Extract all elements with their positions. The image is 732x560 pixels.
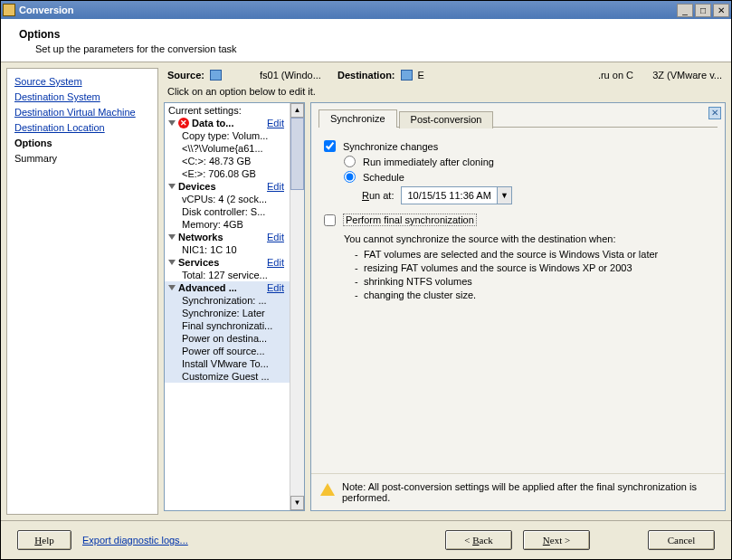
warning-icon [320,483,335,496]
dropdown-icon[interactable]: ▼ [497,187,511,204]
run-immediately-radio[interactable]: Run immediately after cloning [324,156,712,167]
scroll-down-icon[interactable]: ▼ [290,496,304,510]
run-at-label: Run at: [362,190,394,201]
detail-panel: ✕ Synchronize Post-conversion Synchroniz… [310,102,726,511]
tree-group-networks[interactable]: Networks Edit [165,231,290,243]
tree-item[interactable]: <C:>: 48.73 GB [165,155,290,167]
title-bar[interactable]: Conversion _ □ ✕ [1,1,731,19]
tree-item[interactable]: vCPUs: 4 (2 sock... [165,193,290,205]
tree-item[interactable]: Memory: 4GB [165,218,290,231]
tree-item[interactable]: <\\?\Volume{a61... [165,142,290,155]
note-text: Note: All post-conversion settings will … [342,481,716,503]
edit-services-link[interactable]: Edit [267,257,286,268]
chevron-down-icon [168,184,176,189]
next-button[interactable]: Next > [523,530,590,550]
destination-tail: .ru on C [598,70,633,81]
tree-item[interactable]: NIC1: 1C 10 [165,243,290,256]
tree-item[interactable]: Total: 127 service... [165,269,290,281]
tab-post-conversion[interactable]: Post-conversion [399,111,494,128]
wizard-nav: Source System Destination System Destina… [6,68,158,515]
tree-item[interactable]: Install VMware To... [165,357,290,370]
tree-item[interactable]: Customize Guest ... [165,370,290,383]
cannot-sync-text: You cannot synchronize the source with t… [344,233,712,244]
cancel-button[interactable]: Cancel [648,530,715,550]
conditions-list: FAT volumes are selected and the source … [344,248,712,302]
maximize-button[interactable]: □ [695,4,711,17]
back-button[interactable]: < Back [445,530,512,550]
source-bar: Source: fs01 (Windo... Destination: E .r… [164,68,726,86]
edit-advanced-link[interactable]: Edit [267,282,286,293]
tree-group-services[interactable]: Services Edit [165,256,290,269]
nav-source-system[interactable]: Source System [14,74,150,90]
chevron-down-icon [168,234,176,240]
destination-value: E [418,70,424,81]
destination-host: 3Z (VMware v... [652,70,722,81]
chevron-down-icon [168,260,176,265]
tree-item[interactable]: Copy type: Volum... [165,129,290,142]
export-logs-link[interactable]: Export diagnostic logs... [82,535,188,546]
footer-bar: Help Export diagnostic logs... < Back Ne… [1,520,731,559]
nav-destination-system[interactable]: Destination System [14,90,150,105]
error-icon: ✕ [178,118,189,128]
tree-group-devices[interactable]: Devices Edit [165,180,290,193]
page-header: Options Set up the parameters for the co… [1,19,731,62]
tree-item[interactable]: <E:>: 706.08 GB [165,167,290,180]
tree-group-advanced[interactable]: Advanced ... Edit [165,281,290,294]
page-title: Options [19,28,713,41]
info-note: Note: All post-conversion settings will … [311,473,725,510]
tab-synchronize[interactable]: Synchronize [318,109,397,128]
scroll-up-icon[interactable]: ▲ [290,103,304,118]
schedule-radio[interactable]: Schedule [324,171,712,183]
chevron-down-icon [168,120,176,126]
chevron-down-icon [168,285,176,290]
tree-item[interactable]: Synchronization: ... [165,294,290,307]
perform-final-sync-checkbox[interactable]: Perform final synchronization [324,214,712,226]
computer-icon [210,70,222,81]
nav-summary[interactable]: Summary [14,151,150,166]
scroll-thumb[interactable] [290,118,304,190]
window-title: Conversion [19,5,675,15]
tree-item[interactable]: Disk controller: S... [165,205,290,218]
tree-item[interactable]: Final synchronizati... [165,319,290,332]
page-subtitle: Set up the parameters for the conversion… [35,43,713,54]
tree-header: Current settings: [165,104,290,117]
nav-destination-location[interactable]: Destination Location [14,120,150,136]
destination-label: Destination: [337,70,395,81]
edit-devices-link[interactable]: Edit [267,181,286,192]
tree-item[interactable]: Synchronize: Later [165,307,290,319]
app-window: Conversion _ □ ✕ Options Set up the para… [0,0,732,560]
help-button[interactable]: Help [17,530,71,550]
nav-options[interactable]: Options [14,136,150,151]
source-label: Source: [167,70,204,81]
minimize-button[interactable]: _ [677,4,693,17]
edit-data-link[interactable]: Edit [267,118,286,128]
run-at-datetime[interactable]: 10/15/15 11:36 AM ▼ [401,186,511,204]
app-icon [3,4,15,16]
tree-item[interactable]: Power off source... [165,345,290,357]
edit-networks-link[interactable]: Edit [267,232,286,242]
settings-tree: Current settings: ✕ Data to... Edit Copy… [164,102,305,511]
tree-scrollbar[interactable]: ▲ ▼ [290,103,304,510]
tree-group-data[interactable]: ✕ Data to... Edit [165,117,290,129]
tree-item[interactable]: Power on destina... [165,332,290,345]
nav-destination-vm[interactable]: Destination Virtual Machine [14,105,150,120]
close-button[interactable]: ✕ [713,4,729,17]
synchronize-changes-checkbox[interactable]: Synchronize changes [324,140,712,152]
vm-icon [401,70,413,81]
source-value: fs01 (Windo... [260,70,321,81]
hint-text: Click on an option below to edit it. [164,86,726,102]
